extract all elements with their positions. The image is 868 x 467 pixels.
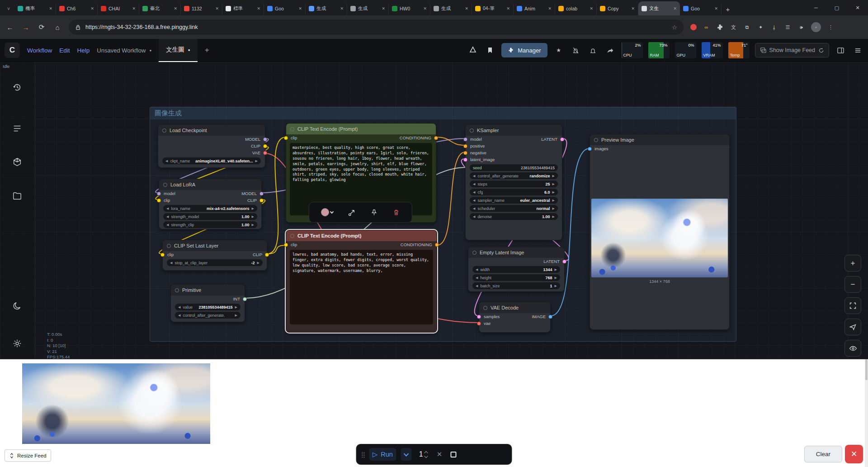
latent-output-dot[interactable]	[560, 137, 564, 141]
widget-batch-size[interactable]: ◀batch_size1▶	[472, 282, 560, 289]
vae-output-dot[interactable]	[263, 151, 267, 155]
negative-input-dot[interactable]	[463, 151, 467, 155]
run-button[interactable]: ▷Run	[369, 448, 396, 461]
zoom-out-button[interactable]: −	[844, 276, 861, 293]
history-icon[interactable]	[9, 79, 25, 95]
tab-close-icon[interactable]: ✕	[49, 6, 52, 11]
clip-input-dot[interactable]	[160, 253, 165, 257]
pan-mode-button[interactable]	[844, 319, 861, 335]
browser-tab[interactable]: Anim✕	[514, 1, 555, 15]
graph-canvas[interactable]: Idle 圖像生成 Load Checkpoint MODEL CLIP VAE…	[0, 62, 868, 359]
home-icon[interactable]: ⌂	[53, 24, 62, 31]
widget-sampler-name[interactable]: ◀sampler_nameeuler_ancestral▶	[470, 197, 558, 204]
clip-input-dot[interactable]	[157, 198, 161, 202]
node-clip-text-encode-negative[interactable]: CLIP Text Encode (Prompt) clipCONDITIONI…	[286, 230, 437, 333]
workflow-name[interactable]: Unsaved Workflow●	[97, 47, 151, 54]
drag-handle[interactable]: ⣿	[361, 451, 365, 458]
back-icon[interactable]: ←	[5, 24, 14, 31]
profile-avatar[interactable]: ◦	[811, 22, 821, 32]
conditioning-output-dot[interactable]	[435, 243, 439, 247]
reload-icon[interactable]: ⟳	[37, 23, 46, 31]
vae-input-dot[interactable]	[477, 321, 481, 325]
menu-help[interactable]: Help	[77, 47, 90, 54]
sidepanel-extension-icon[interactable]: ⧉	[743, 24, 751, 31]
widget-scheduler[interactable]: ◀schedulernormal▶	[470, 205, 558, 212]
show-image-feed-button[interactable]: Show Image Feed	[755, 43, 829, 57]
fit-view-button[interactable]	[844, 297, 861, 314]
bypass-icon[interactable]	[348, 208, 356, 217]
node-header[interactable]: Load Checkpoint	[158, 125, 265, 136]
browser-tab-active[interactable]: 文生✕	[638, 1, 680, 15]
refresh-icon[interactable]	[818, 48, 824, 53]
widget-strength-clip[interactable]: ◀strength_clip1.00▶	[163, 221, 257, 228]
browser-tab[interactable]: Ch6✕	[56, 1, 98, 15]
widget-seed[interactable]: seed238105534489415	[470, 164, 558, 171]
adblock-icon[interactable]	[690, 24, 697, 30]
downloads-icon[interactable]: ⭳	[770, 24, 778, 31]
clip-output-dot[interactable]	[263, 144, 267, 148]
new-tab-button[interactable]: +	[722, 3, 734, 15]
node-header[interactable]: Primitive	[171, 285, 245, 295]
node-header[interactable]: Preview Image	[590, 134, 729, 145]
pin-icon[interactable]	[370, 209, 378, 216]
node-primitive[interactable]: Primitive INT ◀value238105534489415▶ ◀co…	[170, 284, 245, 322]
browser-tab[interactable]: HW0✕	[389, 1, 430, 15]
next-arrow-icon[interactable]: ▶	[255, 159, 258, 163]
extension-star-icon[interactable]: ✦	[757, 24, 764, 31]
tab-close-icon[interactable]: ✕	[132, 6, 136, 11]
collapse-dot[interactable]	[470, 129, 474, 133]
model-library-icon[interactable]	[9, 154, 25, 170]
browser-tab[interactable]: 生成✕	[306, 1, 347, 15]
browser-tab[interactable]: Copy✕	[597, 1, 638, 15]
tab-close-icon[interactable]: ✕	[90, 6, 94, 11]
feed-scrollbar[interactable]	[865, 359, 868, 467]
node-empty-latent-image[interactable]: Empty Latent Image LATENT ◀width1344▶ ◀h…	[468, 247, 565, 292]
collapse-dot[interactable]	[290, 234, 294, 238]
translate-icon[interactable]: 文	[730, 24, 737, 31]
settings-gear-icon[interactable]	[9, 335, 25, 352]
samples-input-dot[interactable]	[477, 315, 481, 319]
audio-icon[interactable]: 🕪	[797, 24, 805, 31]
collapse-dot[interactable]	[290, 127, 294, 131]
widget-cfg[interactable]: ◀cfg6.0▶	[470, 189, 558, 195]
node-preview-image[interactable]: Preview Image images 1344 × 768	[590, 134, 730, 330]
decrement-icon[interactable]	[424, 454, 428, 457]
model-input-dot[interactable]	[157, 191, 161, 195]
tab-close-icon[interactable]: ✕	[714, 6, 718, 11]
notifications-icon[interactable]	[587, 44, 599, 56]
node-vae-decode[interactable]: VAE Decode samplesIMAGE vae	[479, 302, 551, 333]
browser-tab[interactable]: 生成✕	[430, 1, 472, 15]
forward-icon[interactable]: →	[21, 24, 30, 31]
widget-stop-at-clip-layer[interactable]: ◀stop_at_clip_layer-2▶	[167, 259, 263, 266]
browser-tab[interactable]: CHAI✕	[98, 1, 139, 15]
tab-close-icon[interactable]: ✕	[174, 6, 177, 11]
notifications-off-icon[interactable]	[570, 44, 582, 56]
node-header[interactable]: Load LoRA	[159, 179, 261, 190]
collapse-dot[interactable]	[163, 183, 167, 187]
tab-close-icon[interactable]: ✕	[215, 6, 219, 11]
comfyui-logo[interactable]: C	[5, 43, 20, 58]
group-header[interactable]: 圖像生成	[150, 107, 736, 119]
collapse-dot[interactable]	[167, 244, 171, 248]
clip-output-dot[interactable]	[259, 198, 264, 202]
browser-tab[interactable]: 生成✕	[347, 1, 389, 15]
browser-tab[interactable]: 臺北✕	[139, 1, 181, 15]
minimize-button[interactable]: ─	[806, 0, 826, 15]
clip-output-dot[interactable]	[265, 253, 269, 257]
browser-menu-icon[interactable]: ⋮	[827, 24, 835, 31]
theme-moon-icon[interactable]	[9, 298, 25, 315]
widget-height[interactable]: ◀height768▶	[472, 274, 560, 281]
model-output-dot[interactable]	[263, 137, 267, 141]
widget-ckpt-name[interactable]: ◀ckpt_nameanimagineXL40_v40.safeten...▶	[162, 157, 261, 164]
model-output-dot[interactable]	[259, 191, 264, 195]
tab-close-icon[interactable]: ✕	[590, 6, 593, 11]
bookmark-icon[interactable]	[484, 44, 496, 56]
positive-input-dot[interactable]	[463, 144, 467, 148]
batch-count-stepper[interactable]: 1	[419, 450, 428, 458]
hamburger-menu-icon[interactable]	[852, 44, 863, 56]
tab-close-icon[interactable]: ✕	[673, 6, 677, 11]
conditioning-output-dot[interactable]	[434, 136, 438, 140]
node-header[interactable]: CLIP Text Encode (Prompt)	[286, 124, 436, 134]
toggle-visibility-button[interactable]	[844, 340, 861, 357]
widget-value[interactable]: ◀value238105534489415▶	[175, 304, 241, 310]
